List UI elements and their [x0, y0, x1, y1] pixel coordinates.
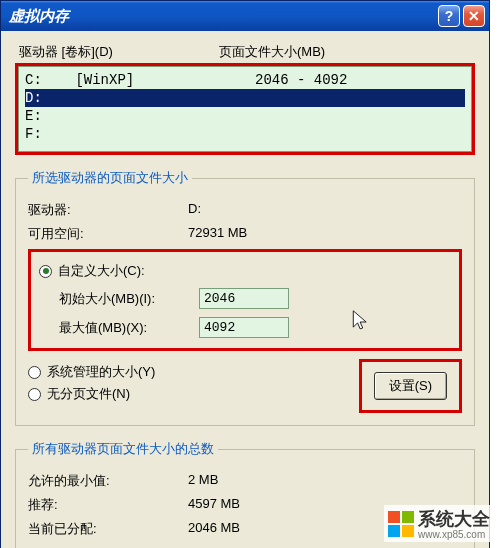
radio-custom-size[interactable]: 自定义大小(C):: [39, 262, 451, 280]
radio-icon: [28, 366, 41, 379]
cur-label: 当前已分配:: [28, 520, 188, 538]
max-size-input[interactable]: [199, 317, 289, 338]
selected-drive-legend: 所选驱动器的页面文件大小: [28, 169, 192, 187]
drive-row-c[interactable]: C: [WinXP] 2046 - 4092: [25, 71, 465, 89]
set-button[interactable]: 设置(S): [374, 372, 447, 400]
virtual-memory-dialog: 虚拟内存 ? ✕ 驱动器 [卷标](D) 页面文件大小(MB) C: [WinX…: [0, 0, 490, 548]
help-button[interactable]: ?: [438, 5, 460, 27]
max-size-label: 最大值(MB)(X):: [59, 319, 199, 337]
total-pagefile-legend: 所有驱动器页面文件大小的总数: [28, 440, 218, 458]
drive-row-e[interactable]: E:: [25, 107, 465, 125]
drive-list[interactable]: C: [WinXP] 2046 - 4092 D: E: F:: [18, 66, 472, 152]
radio-system-managed[interactable]: 系统管理的大小(Y): [28, 363, 349, 381]
radio-icon: [28, 388, 41, 401]
drive-label: 驱动器:: [28, 201, 188, 219]
radio-system-label: 系统管理的大小(Y): [47, 363, 155, 381]
titlebar[interactable]: 虚拟内存 ? ✕: [1, 1, 489, 31]
rec-label: 推荐:: [28, 496, 188, 514]
header-drive: 驱动器 [卷标](D): [19, 43, 219, 61]
close-button[interactable]: ✕: [463, 5, 485, 27]
drive-list-highlight: C: [WinXP] 2046 - 4092 D: E: F:: [15, 63, 475, 155]
radio-custom-label: 自定义大小(C):: [58, 262, 145, 280]
set-button-highlight: 设置(S): [359, 359, 462, 413]
initial-size-input[interactable]: [199, 288, 289, 309]
radio-none-label: 无分页文件(N): [47, 385, 130, 403]
drive-row-d[interactable]: D:: [25, 89, 465, 107]
radio-icon-checked: [39, 265, 52, 278]
watermark-url: www.xp85.com: [418, 529, 490, 540]
window-title: 虚拟内存: [9, 7, 438, 26]
drive-row-f[interactable]: F:: [25, 125, 465, 143]
close-icon: ✕: [468, 8, 480, 24]
min-label: 允许的最小值:: [28, 472, 188, 490]
initial-size-label: 初始大小(MB)(I):: [59, 290, 199, 308]
selected-drive-group: 所选驱动器的页面文件大小 驱动器: D: 可用空间: 72931 MB 自定义大…: [15, 169, 475, 426]
watermark: 系统大全 www.xp85.com: [384, 505, 494, 542]
free-space-value: 72931 MB: [188, 225, 462, 243]
custom-size-highlight: 自定义大小(C): 初始大小(MB)(I): 最大值(MB)(X):: [28, 249, 462, 351]
drive-value: D:: [188, 201, 462, 219]
radio-no-paging[interactable]: 无分页文件(N): [28, 385, 349, 403]
free-space-label: 可用空间:: [28, 225, 188, 243]
min-value: 2 MB: [188, 472, 462, 490]
drive-list-header: 驱动器 [卷标](D) 页面文件大小(MB): [15, 43, 475, 63]
header-pagefile: 页面文件大小(MB): [219, 43, 471, 61]
watermark-text: 系统大全: [418, 509, 490, 529]
watermark-logo-icon: [388, 511, 414, 537]
